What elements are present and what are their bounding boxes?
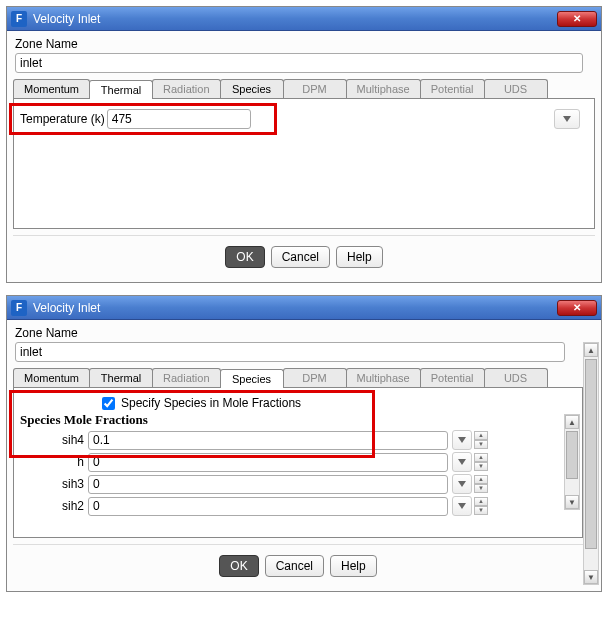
species-name: sih4 <box>20 433 88 447</box>
tab-species[interactable]: Species <box>220 79 284 98</box>
species-rows: sih4 ▲ ▼ h <box>20 430 576 516</box>
spinner-down[interactable]: ▼ <box>474 506 488 515</box>
species-row-sih3: sih3 ▲ ▼ <box>20 474 576 494</box>
tab-momentum[interactable]: Momentum <box>13 79 90 98</box>
spinner-up[interactable]: ▲ <box>474 453 488 462</box>
tab-uds[interactable]: UDS <box>484 368 548 387</box>
tab-uds[interactable]: UDS <box>484 79 548 98</box>
chevron-down-icon <box>458 437 466 443</box>
species-profile-dropdown[interactable] <box>452 474 472 494</box>
dialog-scrollbar[interactable]: ▲ ▼ <box>583 342 599 585</box>
species-row-sih4: sih4 ▲ ▼ <box>20 430 576 450</box>
window-title: Velocity Inlet <box>33 12 557 26</box>
client-area: Zone Name Momentum Thermal Radiation Spe… <box>7 320 601 591</box>
cancel-button[interactable]: Cancel <box>265 555 324 577</box>
window-title: Velocity Inlet <box>33 301 557 315</box>
zone-name-input[interactable] <box>15 53 583 73</box>
close-button[interactable]: ✕ <box>557 300 597 316</box>
spinner-down[interactable]: ▼ <box>474 484 488 493</box>
species-name: sih3 <box>20 477 88 491</box>
tab-dpm[interactable]: DPM <box>283 368 347 387</box>
tab-species[interactable]: Species <box>220 369 284 388</box>
specify-mole-fractions-row: Specify Species in Mole Fractions <box>102 396 580 410</box>
help-button[interactable]: Help <box>330 555 377 577</box>
app-icon: F <box>11 300 27 316</box>
tab-potential[interactable]: Potential <box>420 79 485 98</box>
chevron-down-icon <box>458 459 466 465</box>
titlebar[interactable]: F Velocity Inlet ✕ <box>7 7 601 31</box>
species-spinner: ▲ ▼ <box>474 431 488 449</box>
app-icon: F <box>11 11 27 27</box>
temperature-row: Temperature (k) <box>20 109 588 129</box>
species-value-input[interactable] <box>88 431 448 450</box>
chevron-down-icon <box>563 116 571 122</box>
close-icon: ✕ <box>573 302 581 313</box>
spinner-up[interactable]: ▲ <box>474 497 488 506</box>
species-name: sih2 <box>20 499 88 513</box>
velocity-inlet-dialog-thermal: F Velocity Inlet ✕ Zone Name Momentum Th… <box>6 6 602 283</box>
thermal-panel: Temperature (k) <box>13 99 595 229</box>
tab-thermal[interactable]: Thermal <box>89 368 153 387</box>
tab-bar: Momentum Thermal Radiation Species DPM M… <box>13 79 595 99</box>
zone-name-label: Zone Name <box>15 37 593 51</box>
button-row: OK Cancel Help <box>13 235 595 276</box>
species-spinner: ▲ ▼ <box>474 453 488 471</box>
tab-bar: Momentum Thermal Radiation Species DPM M… <box>13 368 583 388</box>
species-mole-fractions-header: Species Mole Fractions <box>20 412 580 428</box>
spinner-up[interactable]: ▲ <box>474 431 488 440</box>
svg-marker-3 <box>458 481 466 487</box>
spinner-up[interactable]: ▲ <box>474 475 488 484</box>
scroll-thumb[interactable] <box>585 359 597 549</box>
species-scrollbar[interactable]: ▲ ▼ <box>564 414 580 510</box>
close-icon: ✕ <box>573 13 581 24</box>
temperature-profile-dropdown[interactable] <box>554 109 580 129</box>
tab-dpm[interactable]: DPM <box>283 79 347 98</box>
scroll-down-icon[interactable]: ▼ <box>584 570 598 584</box>
titlebar[interactable]: F Velocity Inlet ✕ <box>7 296 601 320</box>
scroll-up-icon[interactable]: ▲ <box>584 343 598 357</box>
chevron-down-icon <box>458 503 466 509</box>
tab-multiphase[interactable]: Multiphase <box>346 368 421 387</box>
specify-mole-fractions-checkbox[interactable] <box>102 397 115 410</box>
help-button[interactable]: Help <box>336 246 383 268</box>
tab-thermal[interactable]: Thermal <box>89 80 153 99</box>
species-profile-dropdown[interactable] <box>452 452 472 472</box>
close-button[interactable]: ✕ <box>557 11 597 27</box>
svg-marker-2 <box>458 459 466 465</box>
tab-potential[interactable]: Potential <box>420 368 485 387</box>
tab-multiphase[interactable]: Multiphase <box>346 79 421 98</box>
species-name: h <box>20 455 88 469</box>
specify-mole-fractions-label: Specify Species in Mole Fractions <box>121 396 301 410</box>
scroll-down-icon[interactable]: ▼ <box>565 495 579 509</box>
species-profile-dropdown[interactable] <box>452 496 472 516</box>
species-value-input[interactable] <box>88 475 448 494</box>
button-row: OK Cancel Help <box>13 544 583 585</box>
species-profile-dropdown[interactable] <box>452 430 472 450</box>
species-row-sih2: sih2 ▲ ▼ <box>20 496 576 516</box>
tab-radiation[interactable]: Radiation <box>152 79 220 98</box>
temperature-input[interactable] <box>107 109 251 129</box>
zone-name-input[interactable] <box>15 342 565 362</box>
tab-radiation[interactable]: Radiation <box>152 368 220 387</box>
species-row-h: h ▲ ▼ <box>20 452 576 472</box>
svg-marker-0 <box>563 116 571 122</box>
tab-momentum[interactable]: Momentum <box>13 368 90 387</box>
ok-button[interactable]: OK <box>219 555 258 577</box>
scroll-up-icon[interactable]: ▲ <box>565 415 579 429</box>
ok-button[interactable]: OK <box>225 246 264 268</box>
temperature-label: Temperature (k) <box>20 112 107 126</box>
scroll-thumb[interactable] <box>566 431 578 479</box>
svg-marker-4 <box>458 503 466 509</box>
cancel-button[interactable]: Cancel <box>271 246 330 268</box>
species-value-input[interactable] <box>88 453 448 472</box>
svg-marker-1 <box>458 437 466 443</box>
species-panel: Specify Species in Mole Fractions Specie… <box>13 388 583 538</box>
velocity-inlet-dialog-species: F Velocity Inlet ✕ Zone Name Momentum Th… <box>6 295 602 592</box>
zone-name-label: Zone Name <box>15 326 581 340</box>
species-spinner: ▲ ▼ <box>474 497 488 515</box>
species-value-input[interactable] <box>88 497 448 516</box>
client-area: Zone Name Momentum Thermal Radiation Spe… <box>7 31 601 282</box>
temperature-profile-field <box>259 109 554 129</box>
spinner-down[interactable]: ▼ <box>474 462 488 471</box>
spinner-down[interactable]: ▼ <box>474 440 488 449</box>
